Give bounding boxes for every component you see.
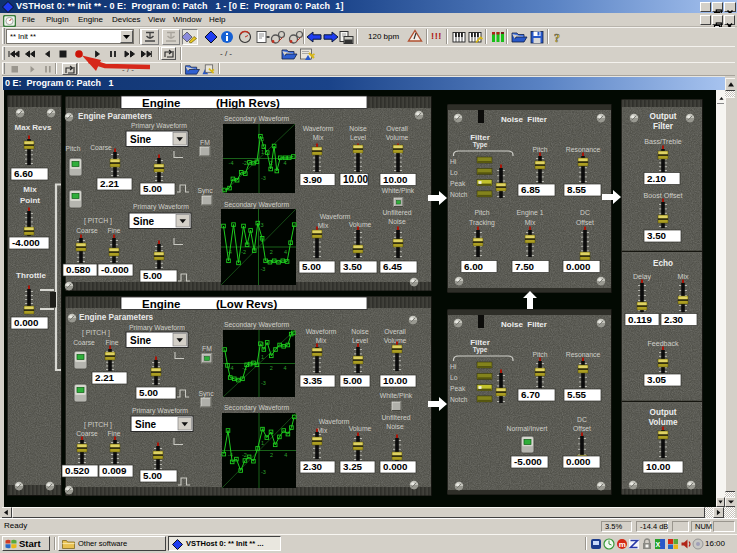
svg-text:Boost Offset: Boost Offset — [644, 192, 683, 200]
svg-text:Mix: Mix — [677, 273, 688, 281]
svg-text:Noise: Noise — [349, 125, 367, 132]
svg-text:3.05: 3.05 — [647, 374, 667, 385]
svg-text:6.45: 6.45 — [383, 261, 403, 272]
svg-text:1: 1 — [261, 149, 264, 155]
svg-text:Noise Filter: Noise Filter — [501, 320, 547, 329]
svg-text:7.50: 7.50 — [515, 261, 535, 272]
svg-text:-3: -3 — [261, 266, 266, 272]
svg-text:Engine Parameters: Engine Parameters — [79, 313, 154, 322]
svg-text:Coarse: Coarse — [90, 144, 112, 151]
svg-text:Tracking: Tracking — [469, 219, 495, 227]
svg-text:10.00: 10.00 — [383, 174, 408, 185]
svg-text:Mix: Mix — [313, 134, 324, 141]
svg-text:0.009: 0.009 — [102, 465, 127, 476]
svg-text:Sine: Sine — [133, 216, 155, 227]
svg-text:Sine: Sine — [130, 134, 152, 145]
svg-text:FM: FM — [202, 345, 212, 352]
svg-text:1: 1 — [261, 354, 264, 360]
svg-text:[ PITCH ]: [ PITCH ] — [84, 421, 112, 429]
svg-text:Primary Waveform: Primary Waveform — [132, 407, 188, 415]
svg-text:Volume: Volume — [386, 134, 409, 141]
svg-text:Level: Level — [352, 337, 369, 344]
svg-text:5.00: 5.00 — [143, 470, 163, 481]
svg-text:White/Pink: White/Pink — [380, 392, 413, 399]
svg-text:Mix: Mix — [23, 185, 37, 194]
svg-text:Secondary Waveform: Secondary Waveform — [224, 404, 289, 412]
svg-text:Noise: Noise — [388, 218, 406, 225]
svg-text:Coarse: Coarse — [73, 339, 95, 346]
svg-text:0.520: 0.520 — [65, 465, 90, 476]
svg-text:Noise Filter: Noise Filter — [501, 115, 547, 124]
svg-text:Offset: Offset — [573, 425, 591, 432]
svg-text:Overall: Overall — [384, 328, 406, 335]
svg-text:-3: -3 — [261, 380, 266, 386]
svg-text:2.30: 2.30 — [664, 314, 684, 325]
svg-text:Pitch: Pitch — [532, 351, 547, 358]
svg-text:Pitch: Pitch — [532, 146, 547, 153]
svg-text:4: 4 — [283, 365, 286, 371]
svg-text:Engine: Engine — [142, 298, 180, 310]
svg-text:Offset: Offset — [576, 219, 594, 226]
svg-text:Fine: Fine — [105, 339, 118, 346]
svg-text:Max Revs: Max Revs — [15, 123, 52, 132]
svg-text:Coarse: Coarse — [76, 430, 98, 437]
svg-text:1: 1 — [261, 440, 264, 446]
svg-text:Mix: Mix — [318, 222, 329, 229]
svg-text:Fine: Fine — [107, 430, 120, 437]
svg-text:Peak: Peak — [450, 180, 466, 187]
svg-text:Mix: Mix — [525, 219, 536, 226]
svg-text:Overall: Overall — [386, 125, 408, 132]
svg-text:Sine: Sine — [135, 419, 157, 430]
svg-text:2.10: 2.10 — [647, 173, 667, 184]
svg-text:Echo: Echo — [653, 259, 673, 268]
svg-text:Hi: Hi — [450, 363, 457, 370]
svg-text:Point: Point — [20, 196, 40, 205]
svg-text:10.00: 10.00 — [383, 375, 408, 386]
svg-text:Engine: Engine — [142, 97, 180, 109]
svg-text:DC: DC — [577, 416, 587, 423]
svg-text:Type: Type — [473, 141, 488, 149]
svg-text:3.50: 3.50 — [343, 261, 363, 272]
svg-text:Bass/Treble: Bass/Treble — [644, 138, 682, 146]
svg-text:Pitch: Pitch — [474, 209, 489, 216]
svg-text:2.21: 2.21 — [100, 178, 120, 189]
svg-text:3.35: 3.35 — [303, 375, 323, 386]
svg-text:Filter: Filter — [653, 122, 674, 131]
svg-text:(High Revs): (High Revs) — [216, 97, 280, 109]
svg-text:-2: -2 — [242, 452, 247, 458]
svg-text:Primary Waveform: Primary Waveform — [133, 203, 189, 211]
svg-text:Waveform: Waveform — [320, 213, 351, 220]
svg-text:0.580: 0.580 — [66, 264, 91, 275]
svg-text:4: 4 — [284, 249, 287, 255]
svg-text:Primary Waveform: Primary Waveform — [129, 324, 185, 332]
svg-text:Waveform: Waveform — [303, 125, 334, 132]
svg-text:Lo: Lo — [450, 169, 458, 176]
svg-text:5.55: 5.55 — [567, 389, 587, 400]
svg-text:5.00: 5.00 — [143, 270, 163, 281]
svg-text:Noise: Noise — [386, 423, 404, 430]
svg-text:[ PITCH ]: [ PITCH ] — [84, 217, 112, 225]
svg-text:5.00: 5.00 — [343, 375, 363, 386]
svg-text:-2: -2 — [241, 249, 246, 255]
svg-text:Volume: Volume — [384, 337, 407, 344]
svg-text:Secondary Waveform: Secondary Waveform — [224, 321, 289, 329]
svg-text:6.70: 6.70 — [521, 389, 541, 400]
svg-text:Engine 1: Engine 1 — [517, 209, 544, 217]
svg-text:4: 4 — [283, 160, 286, 166]
svg-text:2: 2 — [270, 249, 273, 255]
svg-text:3.50: 3.50 — [647, 230, 667, 241]
svg-text:Resonance: Resonance — [566, 351, 601, 358]
svg-text:DC: DC — [580, 209, 590, 216]
svg-text:6.85: 6.85 — [521, 184, 541, 195]
svg-text:Type: Type — [473, 346, 488, 354]
svg-text:Secondary Waveform: Secondary Waveform — [224, 201, 289, 209]
svg-text:-0.000: -0.000 — [101, 264, 129, 275]
svg-text:Sync: Sync — [198, 390, 214, 398]
svg-text:Waveform: Waveform — [319, 418, 350, 425]
svg-text:Sync: Sync — [197, 187, 213, 195]
svg-text:White/Pink: White/Pink — [382, 187, 415, 194]
svg-text:5.00: 5.00 — [139, 387, 159, 398]
svg-text:Primary Waveform: Primary Waveform — [131, 122, 187, 130]
svg-text:Lo: Lo — [450, 374, 458, 381]
svg-text:6.60: 6.60 — [14, 168, 34, 179]
